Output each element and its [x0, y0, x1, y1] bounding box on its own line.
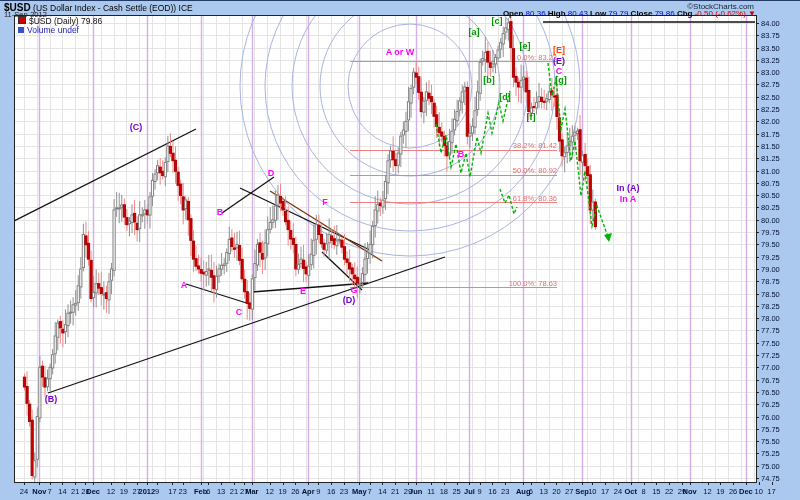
wave-label: B [458, 149, 465, 159]
price-axis-label: 77.25 [761, 351, 780, 360]
close-value: 79.86 [655, 9, 675, 18]
change-value: -0.50 (-0.62%) [695, 9, 746, 18]
date-axis-label: 8 [641, 487, 645, 496]
date-axis-label: 23 [340, 487, 348, 496]
date-axis-label: Nov [32, 487, 46, 496]
price-axis-label: 75.00 [761, 462, 780, 471]
date-axis-label: 16 [488, 487, 496, 496]
price-axis-label: 81.50 [761, 142, 780, 151]
date-axis-label: 19 [120, 487, 128, 496]
date-axis-label: 26 [729, 487, 737, 496]
price-axis-label: 83.75 [761, 31, 780, 40]
wave-label: G [350, 285, 357, 295]
chart-window: $USD (US Dollar Index - Cash Settle (EOD… [0, 0, 800, 500]
wave-label: [e] [520, 41, 531, 51]
price-axis-label: 80.00 [761, 216, 780, 225]
date-axis-label: 9 [155, 487, 159, 496]
date-axis-label: 7 [368, 487, 372, 496]
date-axis-label: 16 [327, 487, 335, 496]
date-axis-label: Dec [86, 487, 100, 496]
price-axis-label: 82.50 [761, 93, 780, 102]
price-axis-label: 80.75 [761, 179, 780, 188]
wave-label: In (A) [617, 183, 640, 193]
date-axis-label: Jun [409, 487, 422, 496]
change-down-arrow-icon[interactable]: ▼ [748, 9, 756, 18]
date-axis-label: 12 [703, 487, 711, 496]
date-axis-label: 23 [501, 487, 509, 496]
date-axis-label: 7 [48, 487, 52, 496]
price-axis-label: 84.00 [761, 19, 780, 28]
fib-level-label: 61.8%: 80.36 [513, 194, 557, 203]
wave-label: [d] [499, 92, 511, 102]
price-axis-label: 82.25 [761, 105, 780, 114]
date-axis-label: Nov [683, 487, 697, 496]
price-chart-canvas [0, 1, 800, 500]
price-axis-label: 81.00 [761, 167, 780, 176]
price-axis-label: 78.75 [761, 277, 780, 286]
date-axis-label: 6 [529, 487, 533, 496]
wave-label: F [322, 197, 328, 207]
price-axis-label: 78.25 [761, 302, 780, 311]
date-axis-label: Dec [739, 487, 753, 496]
date-axis-label: 23 [179, 487, 187, 496]
volume-legend: Volume undef [18, 25, 79, 35]
date-axis-label: 27 [565, 487, 573, 496]
date-axis-label: 19 [278, 487, 286, 496]
fib-level-label: 50.0%: 80.92 [513, 166, 557, 175]
date-axis-label: 17 [168, 487, 176, 496]
wave-label: (C) [130, 122, 143, 132]
date-axis-label: 12 [266, 487, 274, 496]
date-axis-label: 15 [652, 487, 660, 496]
date-axis-label: 19 [716, 487, 724, 496]
date-axis-label: 10 [755, 487, 763, 496]
wave-label: [c] [492, 16, 503, 26]
date-axis-label: 26 [291, 487, 299, 496]
volume-icon [18, 27, 24, 33]
wave-label: C [236, 307, 243, 317]
date-axis-label: 6 [206, 487, 210, 496]
price-axis-label: 74.75 [761, 474, 780, 483]
wave-label: [g] [555, 75, 567, 85]
wave-label: [f] [527, 112, 536, 122]
wave-label: (B) [45, 394, 58, 404]
price-axis-label: 80.50 [761, 191, 780, 200]
price-axis-label: 77.00 [761, 363, 780, 372]
price-axis-label: 76.25 [761, 400, 780, 409]
date-axis-label: Jul [464, 487, 475, 496]
price-axis-label: 79.00 [761, 265, 780, 274]
date-axis-label: 21 [391, 487, 399, 496]
date-axis-label: 13 [217, 487, 225, 496]
fib-level-label: 0.0%: 83.22 [517, 53, 557, 62]
price-axis-label: 75.50 [761, 437, 780, 446]
date-axis-label: 18 [440, 487, 448, 496]
date-axis-label: 22 [665, 487, 673, 496]
price-axis-label: 79.75 [761, 228, 780, 237]
date-axis-label: 2012 [139, 487, 156, 496]
date-axis-label: 24 [20, 487, 28, 496]
date-axis-label: 25 [452, 487, 460, 496]
price-axis-label: 83.25 [761, 56, 780, 65]
price-axis-label: 82.75 [761, 80, 780, 89]
wave-label: A [181, 280, 188, 290]
date-axis-label: Mar [245, 487, 258, 496]
wave-label: [b] [483, 75, 495, 85]
date-axis-label: 21 [230, 487, 238, 496]
price-axis-label: 76.00 [761, 413, 780, 422]
price-axis-label: 77.75 [761, 326, 780, 335]
wave-label: B [217, 207, 224, 217]
date-axis-label: 9 [478, 487, 482, 496]
candlestick-icon [18, 16, 26, 24]
price-axis-label: 80.25 [761, 203, 780, 212]
wave-label: (D) [343, 295, 356, 305]
date-axis-label: 13 [540, 487, 548, 496]
chart-title-description: (US Dollar Index - Cash Settle (EOD)) IC… [31, 3, 193, 13]
fib-level-label: 38.2%: 81.42 [513, 141, 557, 150]
price-axis-label: 81.75 [761, 130, 780, 139]
price-axis-label: 81.25 [761, 154, 780, 163]
price-axis-label: 77.50 [761, 339, 780, 348]
price-axis-label: 75.25 [761, 449, 780, 458]
low-value: 79.79 [608, 9, 628, 18]
price-axis-label: 79.25 [761, 253, 780, 262]
wave-label: In A [620, 194, 637, 204]
price-axis-label: 83.50 [761, 44, 780, 53]
